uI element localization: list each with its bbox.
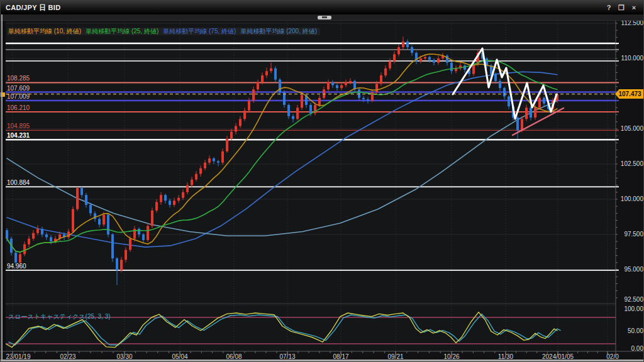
toolbar-collapse-button[interactable] <box>318 16 331 19</box>
close-button[interactable]: × <box>630 4 638 12</box>
window-left-edge[interactable] <box>1 14 3 359</box>
titlebar[interactable]: CAD/JPY 日 BID ? ❐ × <box>1 1 643 14</box>
collapse-icon <box>322 16 327 18</box>
help-button[interactable]: ? <box>604 4 613 12</box>
maximize-button[interactable]: ❐ <box>617 4 626 12</box>
chart-window: 単純移動平均線 (10, 終値)単純移動平均線 (25, 終値)単純移動平均線 … <box>0 0 644 362</box>
toolbar-strip <box>1 14 643 21</box>
window-bottom-edge[interactable] <box>1 359 644 361</box>
chart-canvas[interactable] <box>1 1 644 362</box>
price-axis-bg <box>616 19 644 354</box>
window-title: CAD/JPY 日 BID <box>1 3 60 13</box>
stoch-plot-bg <box>6 305 616 351</box>
